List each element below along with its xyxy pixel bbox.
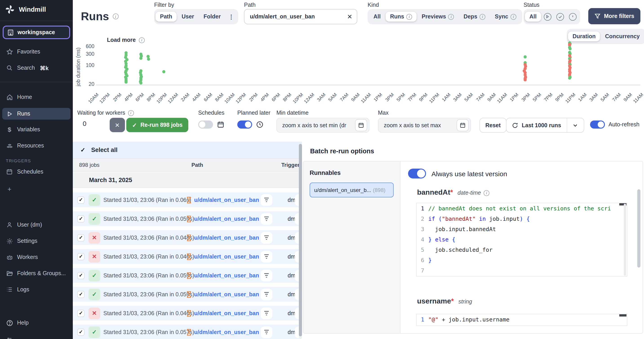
- planned-later-toggle[interactable]: [237, 121, 252, 129]
- row-path-link[interactable]: u/dm/alert_on_user_ban: [194, 216, 259, 222]
- sidebar-item-schedules[interactable]: Schedules: [0, 166, 73, 177]
- run-row[interactable]: ✓✓Started 31/03, 23:06 (Ran in 0.059s)u/…: [73, 211, 299, 226]
- run-row[interactable]: ✓✕Started 31/03, 23:06 (Ran in 0.048s)u/…: [73, 230, 299, 245]
- min-calendar-button[interactable]: [355, 119, 367, 131]
- check-icon: ✓: [132, 122, 137, 128]
- select-all-checkbox[interactable]: ✓: [80, 147, 86, 153]
- schedules-toggle[interactable]: [198, 121, 213, 129]
- row-checkbox[interactable]: ✓: [77, 328, 84, 336]
- min-datetime-input[interactable]: [281, 122, 353, 129]
- editor-scrollbar[interactable]: [624, 204, 626, 276]
- brand[interactable]: Windmill: [5, 5, 46, 15]
- path-filter-input[interactable]: [249, 13, 344, 20]
- sidebar-item-user[interactable]: User (dm): [0, 219, 73, 230]
- username-code-editor[interactable]: 1"@" + job.input.username: [416, 314, 627, 326]
- row-checkbox[interactable]: ✓: [77, 234, 84, 241]
- row-path-link[interactable]: u/dm/alert_on_user_ban: [194, 291, 259, 297]
- row-details-button[interactable]: [261, 307, 272, 319]
- success-job-dot[interactable]: [523, 55, 526, 59]
- run-row[interactable]: ✓✓Started 31/03, 23:06 (Ran in 0.057s)u/…: [73, 324, 299, 339]
- run-row[interactable]: ✓✕Started 31/03, 23:06 (Ran in 0.046s)u/…: [73, 306, 299, 320]
- kind-tab-runs[interactable]: Runsi: [386, 12, 417, 22]
- row-checkbox[interactable]: ✓: [77, 196, 84, 203]
- filter-tab-folder[interactable]: Folder: [199, 12, 225, 22]
- refresh-dropdown-button[interactable]: [566, 118, 584, 132]
- status-success-icon[interactable]: [556, 13, 564, 21]
- row-details-button[interactable]: [261, 213, 272, 225]
- bannedat-code-editor[interactable]: 1// bannedAt does not exist on all versi…: [416, 203, 627, 276]
- cancel-selection-button[interactable]: ✕: [110, 118, 125, 132]
- runnable-item[interactable]: u/dm/alert_on_user_b... (898): [310, 183, 394, 197]
- row-path-link[interactable]: u/dm/alert_on_user_ban: [194, 234, 259, 241]
- filter-more-menu[interactable]: ⋮: [226, 12, 237, 22]
- view-tab-duration[interactable]: Duration: [568, 32, 600, 41]
- add-trigger-button[interactable]: +: [0, 183, 73, 194]
- success-job-dot[interactable]: [568, 77, 571, 80]
- kind-tab-deps[interactable]: Depsi: [459, 12, 490, 22]
- status-all-option[interactable]: All: [525, 12, 541, 22]
- sidebar-item-favorites[interactable]: Favorites: [0, 46, 73, 57]
- row-details-button[interactable]: [261, 251, 272, 262]
- row-checkbox[interactable]: ✓: [77, 215, 84, 222]
- status-running-icon[interactable]: [544, 13, 552, 21]
- rerun-jobs-button[interactable]: ✓Re-run 898 jobs: [126, 118, 188, 132]
- failed-job-dot[interactable]: [523, 78, 526, 81]
- row-details-button[interactable]: [261, 269, 272, 281]
- run-row[interactable]: ✓✓Started 31/03, 23:06 (Ran in 0.059s)u/…: [73, 268, 299, 283]
- success-job-dot[interactable]: [139, 57, 142, 60]
- row-details-button[interactable]: [261, 288, 272, 300]
- plus-icon: +: [6, 185, 13, 193]
- filter-tab-path[interactable]: Path: [156, 12, 176, 22]
- kind-tab-sync[interactable]: Synci: [490, 12, 521, 22]
- row-checkbox[interactable]: ✓: [77, 253, 84, 260]
- latest-version-toggle[interactable]: [408, 169, 426, 178]
- row-path-link[interactable]: u/dm/alert_on_user_ban: [194, 197, 259, 203]
- row-path-link[interactable]: u/dm/alert_on_user_ban: [194, 329, 259, 335]
- sidebar-item-label: Resources: [17, 143, 44, 149]
- sidebar-item-runs[interactable]: Runs: [2, 108, 70, 120]
- max-datetime-input[interactable]: [383, 122, 455, 129]
- more-filters-button[interactable]: More filters: [588, 8, 641, 24]
- success-job-dot[interactable]: [568, 47, 572, 50]
- row-checkbox[interactable]: ✓: [77, 291, 84, 298]
- row-details-button[interactable]: [261, 232, 272, 243]
- row-checkbox[interactable]: ✓: [77, 309, 84, 317]
- row-details-button[interactable]: [261, 194, 272, 206]
- auto-refresh-toggle[interactable]: [590, 121, 605, 129]
- kind-tab-previews[interactable]: Previewsi: [417, 12, 458, 22]
- success-job-dot[interactable]: [162, 70, 166, 73]
- sidebar-item-folders-groups[interactable]: Folders & Groups...: [0, 268, 73, 279]
- filter-tab-user[interactable]: User: [177, 12, 199, 22]
- sidebar-item-variables[interactable]: $ Variables: [0, 124, 73, 135]
- row-checkbox[interactable]: ✓: [77, 272, 84, 279]
- collapse-sidebar-button[interactable]: ←: [0, 331, 73, 339]
- reset-button[interactable]: Reset: [480, 118, 506, 133]
- row-details-button[interactable]: [261, 326, 272, 338]
- run-row[interactable]: ✓✕Started 31/03, 23:06 (Ran in 0.046s)u/…: [73, 249, 299, 264]
- row-path-link[interactable]: u/dm/alert_on_user_ban: [194, 272, 259, 278]
- list-scrollbar[interactable]: [299, 143, 302, 339]
- refresh-runs-main[interactable]: Last 1000 runs: [506, 118, 566, 132]
- sidebar-item-help[interactable]: Help: [0, 317, 73, 328]
- status-failure-icon[interactable]: [569, 13, 576, 21]
- sidebar-item-resources[interactable]: Resources: [0, 140, 73, 151]
- success-job-dot[interactable]: [139, 81, 142, 84]
- sidebar-item-settings[interactable]: Settings: [0, 236, 73, 246]
- run-row[interactable]: ✓✓Started 31/03, 23:06 (Ran in 0.06s)u/d…: [73, 192, 299, 207]
- batch-panel-scrollbar[interactable]: [637, 189, 640, 267]
- editor-minimap-handle[interactable]: [619, 314, 626, 316]
- sidebar-item-workers[interactable]: Workers: [0, 252, 73, 262]
- view-tab-concurrency[interactable]: Concurrency: [601, 32, 644, 41]
- max-calendar-button[interactable]: [456, 119, 469, 131]
- clear-path-icon[interactable]: ✕: [347, 13, 352, 20]
- workspace-switcher[interactable]: workingspace: [3, 26, 70, 39]
- sidebar-item-search[interactable]: Search ⌘k: [0, 63, 73, 73]
- row-path-link[interactable]: u/dm/alert_on_user_ban: [194, 253, 259, 260]
- duration-scatter-chart[interactable]: [96, 41, 640, 85]
- kind-tab-all[interactable]: All: [369, 12, 385, 22]
- row-path-link[interactable]: u/dm/alert_on_user_ban: [194, 310, 259, 316]
- sidebar-item-logs[interactable]: Logs: [0, 284, 73, 295]
- success-job-dot[interactable]: [147, 57, 150, 61]
- run-row[interactable]: ✓✓Started 31/03, 23:06 (Ran in 0.059s)u/…: [73, 287, 299, 302]
- sidebar-item-home[interactable]: Home: [0, 92, 73, 103]
